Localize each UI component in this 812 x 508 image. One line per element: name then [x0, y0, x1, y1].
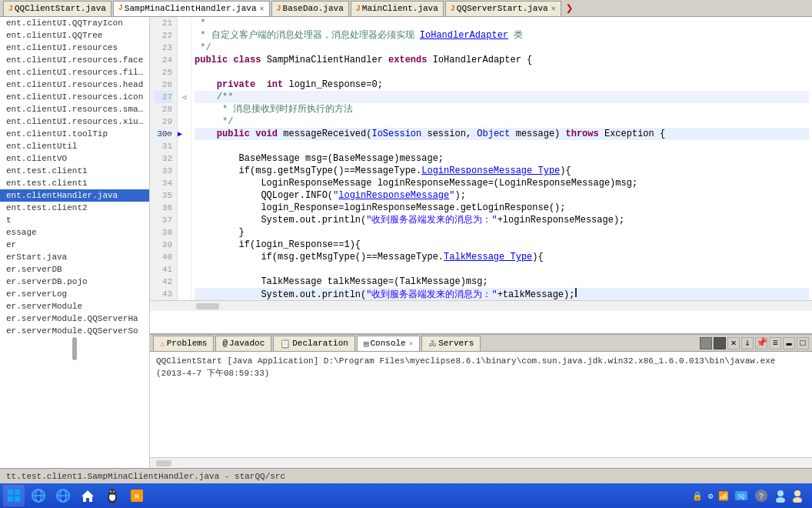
user-icon1[interactable] — [774, 489, 787, 503]
line-num: 33 — [155, 165, 172, 177]
scrollbar-thumb[interactable] — [196, 303, 219, 309]
line-num: 24 — [155, 54, 172, 66]
sidebar-item[interactable]: ent.clientUI.resources.fileIconTy — [0, 66, 149, 79]
gutter-line — [178, 214, 191, 226]
tab-javadoc[interactable]: @ Javadoc — [215, 336, 271, 351]
code-line-25 — [195, 66, 809, 79]
taskbar-ie1[interactable] — [28, 485, 49, 506]
tab-close-icon2[interactable]: ✕ — [551, 4, 556, 13]
scroll-lock-icon[interactable]: ⇓ — [741, 337, 754, 349]
help-icon[interactable]: ? — [754, 488, 769, 503]
console-scrollbar-h[interactable] — [150, 457, 812, 468]
taskbar-app[interactable]: M — [126, 485, 148, 506]
bottom-panel-toolbar: ✕ ⇓ 📌 ≡ ▬ □ — [700, 337, 812, 349]
gutter-line — [178, 42, 191, 54]
sidebar-item[interactable]: ent.test.client2 — [0, 202, 149, 214]
content-area: ent.clientUI.QQTrayIcon ent.clientUI.QQT… — [0, 17, 812, 468]
taskbar-penguin[interactable] — [102, 485, 123, 506]
tab-sampmina[interactable]: J SampMinaClientHandler.java ✕ — [113, 1, 270, 16]
tab-problems[interactable]: ⚠ Problems — [153, 336, 214, 351]
taskbar-ie2[interactable] — [52, 485, 74, 506]
sidebar-item[interactable]: erStart.java — [0, 251, 149, 263]
bottom-tab-bar: ⚠ Problems @ Javadoc 📋 Declaration ▤ Con… — [150, 335, 812, 352]
console-icon: ▤ — [364, 339, 369, 349]
sidebar-item[interactable]: er.serverModule.QQServerHa — [0, 312, 149, 325]
sidebar-item[interactable]: er — [0, 239, 149, 251]
gutter-line — [178, 54, 191, 66]
error-indicator[interactable]: ❯ — [566, 1, 574, 16]
sidebar-item-selected[interactable]: ent.clientHandler.java — [0, 189, 149, 202]
sidebar-item[interactable]: er.serverModule — [0, 300, 149, 312]
tab-console[interactable]: ▤ Console ✕ — [357, 336, 420, 351]
gutter-line — [178, 239, 191, 251]
tab-qqclientstart[interactable]: J QQClientStart.java — [3, 1, 111, 16]
line-num: 21 — [155, 17, 172, 29]
console-scroll-thumb[interactable] — [156, 460, 171, 466]
terminate-icon[interactable] — [714, 337, 726, 349]
windows-icon — [7, 489, 21, 503]
console-tab-close[interactable]: ✕ — [409, 339, 413, 348]
code-line-23: */ — [195, 42, 809, 54]
code-line-26: private int login_Response=0; — [195, 79, 809, 91]
sidebar-item[interactable]: er.serverLog — [0, 288, 149, 300]
home-icon — [80, 488, 95, 503]
java-icon: J — [118, 4, 123, 12]
sidebar-item[interactable]: t — [0, 214, 149, 226]
tab-servers[interactable]: 🖧 Servers — [421, 336, 481, 351]
code-line-34: LoginResponseMessage loginResponseMessag… — [195, 177, 809, 189]
gutter-line — [178, 202, 191, 214]
view-menu-icon[interactable]: ≡ — [769, 337, 781, 349]
status-bar: tt.test.client1.SampMinaClientHandler.ja… — [0, 468, 812, 483]
java-icon: J — [8, 5, 13, 13]
svg-rect-1 — [15, 490, 20, 495]
servers-icon: 🖧 — [428, 339, 437, 349]
sidebar-item[interactable]: er.serverModule.QQServerSo — [0, 325, 149, 337]
tab-basedao[interactable]: J BaseDao.java — [271, 1, 349, 16]
editor-tab-bar: J QQClientStart.java J SampMinaClientHan… — [0, 0, 812, 17]
sidebar-item[interactable]: ent.clientUtil — [0, 140, 149, 152]
pin-icon[interactable]: 📌 — [755, 337, 767, 349]
tab-declaration[interactable]: 📋 Declaration — [273, 336, 355, 351]
sidebar-item[interactable]: ent.clientUI.resources.icon — [0, 91, 149, 103]
gutter-line — [178, 251, 191, 263]
code-editor[interactable]: 21 22 23 24 25 26 27 28 29 30⊖ 31 32 33 … — [150, 17, 812, 333]
sidebar-item[interactable]: ent.clientUI.resources.face — [0, 54, 149, 66]
stop-icon[interactable] — [700, 337, 712, 349]
line-num-highlight: 30⊖ — [155, 128, 172, 140]
code-line-42: TalkMessage talkMessage=(TalkMessage)msg… — [195, 276, 809, 288]
sidebar-item[interactable]: er.serverDB.pojo — [0, 276, 149, 288]
sidebar-item[interactable]: er.serverDB — [0, 263, 149, 276]
sidebar-item[interactable]: ent.clientUI.resources.smallheac — [0, 103, 149, 115]
sidebar-item[interactable]: ent.clientUI.QQTrayIcon — [0, 17, 149, 29]
sidebar-item[interactable]: ent.clientUI.toolTip — [0, 128, 149, 140]
svg-point-26 — [793, 497, 802, 503]
sidebar-item[interactable]: ent.clientVO — [0, 152, 149, 165]
line-num: 25 — [155, 66, 172, 79]
sidebar-item[interactable]: ent.test.client1 — [0, 165, 149, 177]
clear-icon[interactable]: ✕ — [727, 337, 740, 349]
gutter-line — [178, 263, 191, 276]
tab-qqserverstart[interactable]: J QQServerStart.java ✕ — [445, 1, 561, 16]
sidebar-item[interactable]: ent.clientUI.resources.xiuxiu — [0, 115, 149, 128]
code-line-24: public class SampMinaClientHandler exten… — [195, 54, 809, 66]
maximize-icon[interactable]: □ — [797, 337, 809, 349]
bottom-panel: ⚠ Problems @ Javadoc 📋 Declaration ▤ Con… — [150, 333, 812, 468]
editor-scrollbar-h[interactable] — [150, 300, 812, 311]
sidebar-item[interactable]: ent.clientUI.resources — [0, 42, 149, 54]
sidebar-item[interactable]: ent.clientUI.QQTree — [0, 29, 149, 42]
sidebar-item[interactable]: ent.test.client1 — [0, 177, 149, 189]
code-line-28: * 消息接收到时好所执行的方法 — [195, 103, 809, 115]
tab-mainclient[interactable]: J MainClient.java — [351, 1, 444, 16]
sidebar-item[interactable]: essage — [0, 226, 149, 239]
svg-rect-3 — [15, 496, 20, 502]
system-tray-icon[interactable]: SQ — [734, 488, 749, 503]
tab-close-icon[interactable]: ✕ — [260, 4, 265, 13]
javadoc-icon: @ — [222, 339, 228, 348]
user-icon2[interactable] — [790, 489, 804, 503]
sidebar-item[interactable]: ent.clientUI.resources.head — [0, 79, 149, 91]
minimize-icon[interactable]: ▬ — [783, 337, 795, 349]
taskbar-home[interactable] — [77, 485, 98, 506]
taskbar-start[interactable] — [3, 485, 25, 506]
gutter: ◁ ▶ — [178, 17, 191, 300]
code-line-27: /** — [195, 91, 809, 103]
